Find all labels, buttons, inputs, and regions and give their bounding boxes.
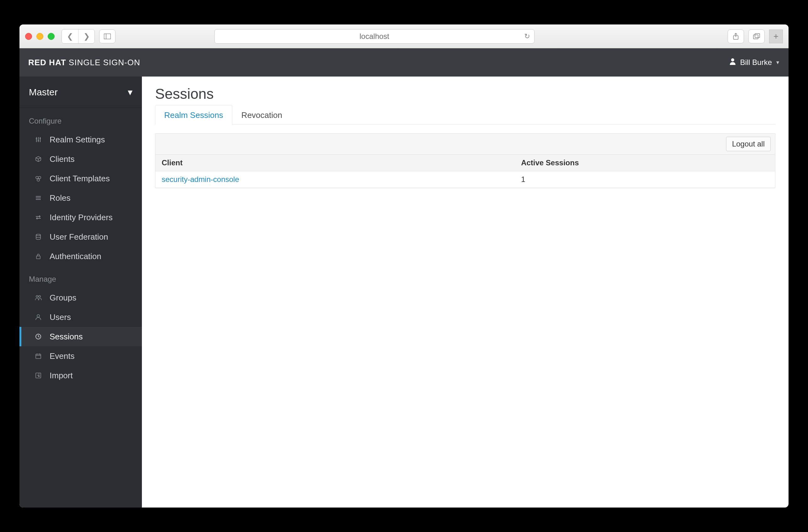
user-icon: [730, 58, 736, 67]
app-body: Master ▾ Configure Realm Settings Client…: [19, 77, 789, 508]
clock-icon: [34, 334, 43, 340]
user-name: Bill Burke: [740, 58, 772, 67]
tab-realm-sessions[interactable]: Realm Sessions: [155, 105, 232, 125]
tabs-icon: [753, 33, 760, 39]
realm-name: Master: [29, 87, 58, 98]
sliders-icon: [34, 136, 43, 143]
sidebar-item-roles[interactable]: Roles: [19, 188, 142, 208]
sidebar-item-label: Realm Settings: [50, 135, 105, 145]
main-content: Sessions Realm Sessions Revocation Logou…: [142, 77, 789, 508]
sidebar-item-clients[interactable]: Clients: [19, 149, 142, 169]
app-header: RED HAT SINGLE SIGN-ON Bill Burke ▾: [19, 48, 789, 77]
brand: RED HAT SINGLE SIGN-ON: [28, 58, 140, 68]
group-icon: [34, 294, 43, 301]
minimize-window-button[interactable]: [36, 33, 43, 40]
user-menu[interactable]: Bill Burke ▾: [730, 58, 779, 67]
sidebar-item-events[interactable]: Events: [19, 346, 142, 366]
browser-window: ❮ ❯ localhost ↻ + RED HAT SINGLE SIGN-ON: [19, 24, 789, 508]
sidebar-item-label: Authentication: [50, 251, 102, 261]
cubes-icon: [34, 175, 43, 182]
sidebar-item-realm-settings[interactable]: Realm Settings: [19, 130, 142, 149]
brand-bold: RED HAT: [28, 58, 66, 67]
page-title: Sessions: [155, 85, 775, 102]
new-tab-button[interactable]: +: [769, 30, 783, 43]
panel: Logout all Client Active Sessions: [155, 133, 775, 188]
col-header-active-sessions: Active Sessions: [515, 155, 775, 171]
sidebar-item-users[interactable]: Users: [19, 307, 142, 327]
sidebar-item-label: Users: [50, 312, 71, 322]
sidebar-item-label: Events: [50, 351, 75, 361]
chevron-down-icon: ▾: [128, 87, 132, 98]
reload-icon[interactable]: ↻: [524, 32, 530, 40]
svg-marker-17: [37, 179, 40, 181]
svg-marker-15: [36, 176, 38, 179]
svg-point-25: [36, 296, 38, 297]
sidebar-item-groups[interactable]: Groups: [19, 288, 142, 307]
svg-rect-29: [36, 354, 41, 359]
realm-selector[interactable]: Master ▾: [19, 77, 142, 108]
sidebar-item-import[interactable]: Import: [19, 366, 142, 385]
sidebar-item-user-federation[interactable]: User Federation: [19, 227, 142, 247]
col-header-client: Client: [155, 155, 515, 171]
svg-point-26: [39, 296, 40, 297]
brand-light: SINGLE SIGN-ON: [69, 58, 140, 67]
sessions-table-wrap: Logout all Client Active Sessions: [155, 133, 775, 188]
sidebar-item-label: Client Templates: [50, 174, 110, 184]
panel-icon: [104, 34, 111, 39]
sidebar-toggle-button[interactable]: [99, 30, 115, 43]
svg-point-23: [36, 234, 40, 236]
sidebar-item-sessions[interactable]: Sessions: [19, 327, 142, 346]
share-button[interactable]: [728, 30, 744, 43]
browser-chrome: ❮ ❯ localhost ↻ +: [19, 24, 789, 48]
tab-bar: Realm Sessions Revocation: [155, 105, 775, 125]
forward-button[interactable]: ❯: [78, 30, 94, 43]
sidebar-item-label: Roles: [50, 193, 70, 203]
svg-point-11: [38, 140, 39, 141]
sidebar-item-client-templates[interactable]: Client Templates: [19, 169, 142, 188]
exchange-icon: [34, 214, 43, 221]
tab-revocation[interactable]: Revocation: [232, 105, 291, 125]
list-icon: [34, 195, 43, 201]
sidebar-item-authentication[interactable]: Authentication: [19, 247, 142, 266]
svg-rect-0: [104, 34, 111, 39]
sidebar-item-label: Clients: [50, 154, 74, 164]
svg-point-10: [36, 138, 37, 139]
maximize-window-button[interactable]: [48, 33, 55, 40]
nav-back-forward: ❮ ❯: [61, 29, 95, 44]
tabs-button[interactable]: [748, 30, 765, 43]
svg-point-27: [37, 315, 40, 317]
table-row: security-admin-console 1: [155, 171, 775, 188]
client-link[interactable]: security-admin-console: [162, 175, 239, 184]
section-configure-label: Configure: [19, 108, 142, 130]
svg-rect-24: [36, 256, 40, 259]
back-button[interactable]: ❮: [62, 30, 78, 43]
sidebar-item-label: User Federation: [50, 232, 108, 242]
sessions-table: Client Active Sessions security-admin-co…: [155, 155, 775, 188]
chrome-right: +: [728, 30, 783, 43]
chevron-down-icon: ▾: [776, 59, 779, 66]
sidebar-item-label: Import: [50, 371, 73, 380]
share-icon: [733, 33, 739, 40]
svg-rect-5: [755, 34, 760, 38]
svg-rect-4: [753, 35, 758, 39]
svg-point-12: [40, 138, 41, 139]
lock-icon: [34, 253, 43, 260]
sidebar-item-label: Sessions: [50, 332, 83, 342]
url-text: localhost: [360, 32, 389, 41]
app-root: RED HAT SINGLE SIGN-ON Bill Burke ▾ Mast…: [19, 48, 789, 508]
calendar-icon: [34, 353, 43, 359]
cube-icon: [34, 156, 43, 162]
window-controls: [25, 33, 55, 40]
table-toolbar: Logout all: [155, 134, 775, 155]
url-bar[interactable]: localhost ↻: [215, 29, 535, 44]
sidebar-item-label: Identity Providers: [50, 213, 113, 222]
import-icon: [34, 372, 43, 379]
sidebar-item-identity-providers[interactable]: Identity Providers: [19, 208, 142, 227]
user-icon: [34, 314, 43, 320]
sidebar: Master ▾ Configure Realm Settings Client…: [19, 77, 142, 508]
logout-all-button[interactable]: Logout all: [726, 137, 771, 151]
database-icon: [34, 234, 43, 240]
active-sessions-value: 1: [515, 171, 775, 188]
close-window-button[interactable]: [25, 33, 32, 40]
svg-marker-16: [38, 176, 41, 179]
